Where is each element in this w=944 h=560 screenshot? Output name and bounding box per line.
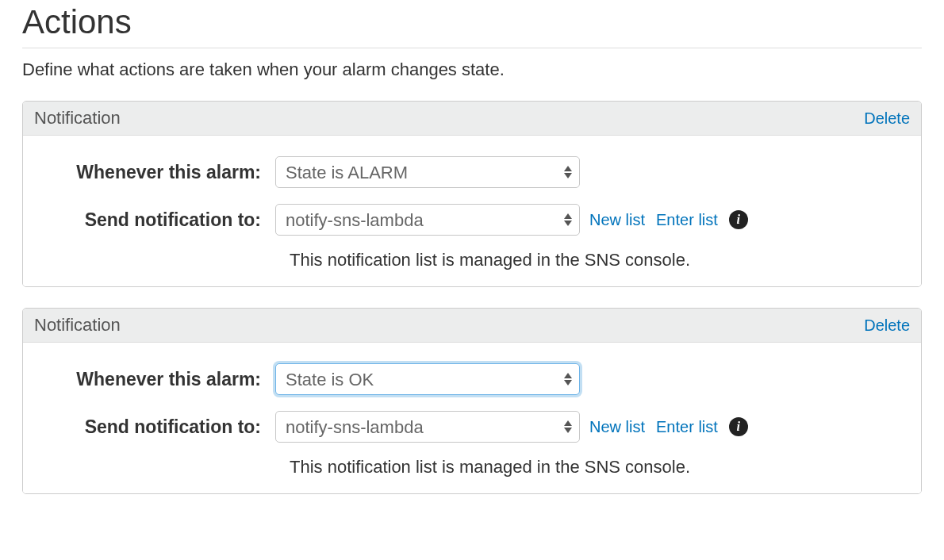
info-icon[interactable]: i [729,210,748,229]
inline-actions: New list Enter list i [589,417,748,436]
inline-actions: New list Enter list i [589,210,748,229]
delete-link[interactable]: Delete [864,316,910,335]
whenever-label: Whenever this alarm: [34,369,275,390]
delete-link[interactable]: Delete [864,109,910,128]
page-subtitle: Define what actions are taken when your … [22,59,922,80]
target-select-wrap: notify-sns-lambda [275,204,580,236]
state-select[interactable]: State is OK [275,363,580,395]
send-to-row: Send notification to: notify-sns-lambda … [34,411,910,443]
info-icon[interactable]: i [729,417,748,436]
sns-note: This notification list is managed in the… [290,457,910,478]
notification-panel-body: Whenever this alarm: State is OK Send no… [23,343,921,493]
notification-header-label: Notification [34,315,121,336]
send-to-label: Send notification to: [34,416,275,438]
title-divider [22,48,922,48]
whenever-row: Whenever this alarm: State is ALARM [34,156,910,188]
state-select-wrap: State is ALARM [275,156,580,188]
notification-panel-body: Whenever this alarm: State is ALARM Send… [23,136,921,286]
target-select[interactable]: notify-sns-lambda [275,204,580,236]
send-to-label: Send notification to: [34,209,275,231]
state-select[interactable]: State is ALARM [275,156,580,188]
notification-panel: Notification Delete Whenever this alarm:… [22,308,922,494]
enter-list-link[interactable]: Enter list [656,211,718,229]
whenever-label: Whenever this alarm: [34,162,275,183]
enter-list-link[interactable]: Enter list [656,418,718,436]
target-select[interactable]: notify-sns-lambda [275,411,580,443]
notification-panel-header: Notification Delete [23,309,921,343]
target-select-wrap: notify-sns-lambda [275,411,580,443]
whenever-row: Whenever this alarm: State is OK [34,363,910,395]
send-to-row: Send notification to: notify-sns-lambda … [34,204,910,236]
notification-panel-header: Notification Delete [23,102,921,136]
page-title: Actions [22,3,922,41]
new-list-link[interactable]: New list [589,211,645,229]
sns-note: This notification list is managed in the… [290,250,910,270]
notification-header-label: Notification [34,108,121,128]
new-list-link[interactable]: New list [589,418,645,436]
notification-panel: Notification Delete Whenever this alarm:… [22,101,922,287]
state-select-wrap: State is OK [275,363,580,395]
